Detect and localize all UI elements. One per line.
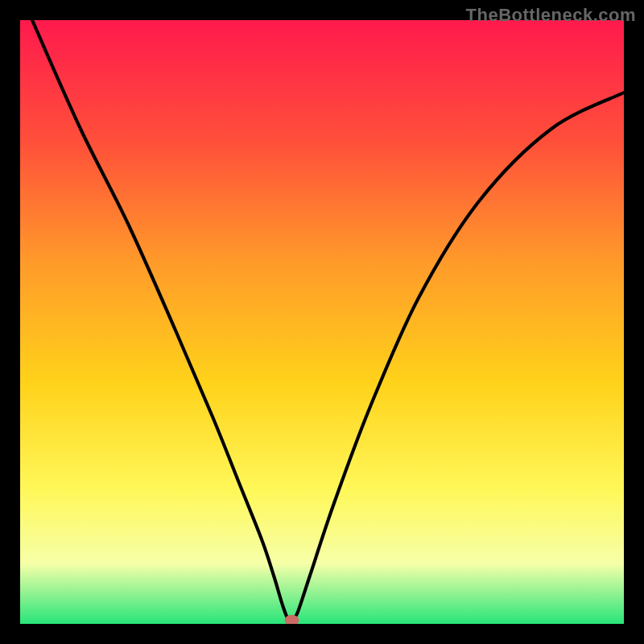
plot-area: [20, 20, 624, 624]
chart-frame: TheBottleneck.com: [0, 0, 644, 644]
watermark-text: TheBottleneck.com: [466, 5, 636, 26]
chart-svg: [20, 20, 624, 624]
